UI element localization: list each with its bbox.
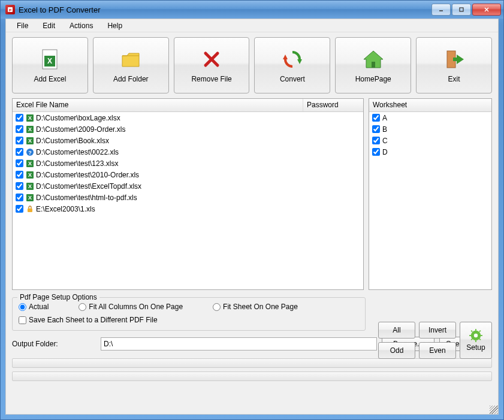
row-checkbox[interactable] xyxy=(16,137,23,144)
ws-rows[interactable]: ABCD xyxy=(369,112,491,289)
titlebar[interactable]: P Excel to PDF Converter xyxy=(1,1,503,19)
table-row[interactable]: XD:\Customer\Book.xlsx xyxy=(13,135,363,146)
minimize-button[interactable] xyxy=(431,4,451,16)
row-checkbox[interactable] xyxy=(372,114,380,122)
table-row[interactable]: XD:\Customer\test\ExcelTopdf.xlsx xyxy=(13,180,363,192)
worksheet-name: A xyxy=(382,114,387,122)
row-checkbox[interactable] xyxy=(372,137,380,144)
table-row[interactable]: XD:\Customer\test\html-to-pdf.xls xyxy=(13,192,363,203)
row-checkbox[interactable] xyxy=(16,148,23,156)
all-button[interactable]: All xyxy=(378,322,415,339)
table-row[interactable]: B xyxy=(369,123,491,135)
table-row[interactable]: C xyxy=(369,135,491,146)
row-checkbox[interactable] xyxy=(16,159,23,167)
menu-file[interactable]: File xyxy=(11,20,34,31)
svg-rect-3 xyxy=(460,8,463,11)
worksheet-name: B xyxy=(382,125,387,134)
excel-icon: X xyxy=(26,125,34,134)
radio-fit-columns[interactable]: Fit All Columns On One Page xyxy=(79,303,183,311)
row-checkbox[interactable] xyxy=(16,205,23,213)
svg-rect-36 xyxy=(475,329,476,331)
setup-button[interactable]: Setup xyxy=(460,322,492,359)
menu-actions[interactable]: Actions xyxy=(64,20,99,31)
svg-text:X: X xyxy=(28,138,32,144)
homepage-label: HomePage xyxy=(355,75,391,83)
excel-file-icon: X xyxy=(38,47,62,71)
svg-text:X: X xyxy=(28,183,32,189)
output-folder-input[interactable] xyxy=(101,337,377,350)
close-button[interactable] xyxy=(472,4,501,16)
col-worksheet-header[interactable]: Worksheet xyxy=(369,99,491,111)
table-row[interactable]: XD:\Customer\2009-Order.xls xyxy=(13,123,363,135)
add-excel-button[interactable]: X Add Excel xyxy=(12,37,88,93)
add-folder-button[interactable]: Add Folder xyxy=(93,37,169,93)
window-title: Excel to PDF Converter xyxy=(19,5,431,14)
table-row[interactable]: E:\Excel2003\1.xls xyxy=(13,203,363,214)
page-setup-legend: Pdf Page Setup Options xyxy=(17,293,99,301)
add-excel-label: Add Excel xyxy=(34,75,66,83)
resize-grip[interactable] xyxy=(490,406,498,414)
row-checkbox[interactable] xyxy=(16,182,23,190)
exit-button[interactable]: Exit xyxy=(416,37,492,93)
odd-button[interactable]: Odd xyxy=(378,342,415,359)
file-path: D:\Customer\test\123.xlsx xyxy=(36,159,118,168)
row-checkbox[interactable] xyxy=(16,171,23,179)
row-checkbox[interactable] xyxy=(372,125,380,133)
file-path: D:\Customer\test\0022.xls xyxy=(36,148,119,156)
file-path: D:\Customer\test\2010-Order.xls xyxy=(36,171,139,179)
menu-help[interactable]: Help xyxy=(101,20,128,31)
file-rows[interactable]: XD:\Customer\boxLage.xlsxXD:\Customer\20… xyxy=(13,112,363,289)
output-folder-label: Output Folder: xyxy=(12,340,96,348)
remove-x-icon xyxy=(200,47,224,71)
home-icon xyxy=(361,47,385,71)
table-row[interactable]: XD:\Customer\test\2010-Order.xls xyxy=(13,169,363,180)
file-path: E:\Excel2003\1.xls xyxy=(36,205,95,213)
svg-text:?: ? xyxy=(28,149,32,155)
check-each-sheet[interactable]: Save Each Sheet to a Different PDF File xyxy=(19,316,359,324)
excel-icon: X xyxy=(26,159,34,168)
col-password-header[interactable]: Password xyxy=(303,99,363,111)
row-checkbox[interactable] xyxy=(16,114,23,122)
table-row[interactable]: D xyxy=(369,146,491,158)
table-row[interactable]: ?D:\Customer\test\0022.xls xyxy=(13,146,363,158)
file-grid-header: Excel File Name Password xyxy=(13,99,363,112)
table-row[interactable]: A xyxy=(369,112,491,123)
status-scrollbar-bottom[interactable] xyxy=(12,371,492,381)
convert-button[interactable]: Convert xyxy=(254,37,330,93)
exit-door-icon xyxy=(442,47,466,71)
svg-text:X: X xyxy=(28,115,32,121)
maximize-button[interactable] xyxy=(452,4,471,16)
invert-button[interactable]: Invert xyxy=(419,322,456,339)
menu-edit[interactable]: Edit xyxy=(37,20,61,31)
row-checkbox[interactable] xyxy=(16,125,23,133)
even-button[interactable]: Even xyxy=(419,342,456,359)
remove-file-label: Remove File xyxy=(191,75,231,83)
remove-file-button[interactable]: Remove File xyxy=(174,37,250,93)
excel-icon: X xyxy=(26,171,34,179)
worksheet-name: C xyxy=(382,137,388,145)
worksheet-panel: Worksheet ABCD xyxy=(369,98,492,290)
menubar: File Edit Actions Help xyxy=(6,19,498,32)
page-setup-group: Pdf Page Setup Options Actual Fit All Co… xyxy=(12,297,366,331)
row-checkbox[interactable] xyxy=(372,148,380,156)
radio-fit-sheet[interactable]: Fit Sheet On One Page xyxy=(213,303,298,311)
col-filename-header[interactable]: Excel File Name xyxy=(13,99,303,111)
file-path: D:\Customer\2009-Order.xls xyxy=(36,125,125,134)
row-checkbox[interactable] xyxy=(16,194,23,201)
svg-text:X: X xyxy=(47,57,52,65)
svg-marker-12 xyxy=(283,55,288,59)
main-window: P Excel to PDF Converter File Edit Actio… xyxy=(0,0,504,420)
status-scrollbar-top[interactable] xyxy=(12,358,492,368)
lock-icon xyxy=(26,205,34,213)
excel-icon: X xyxy=(26,194,34,202)
toolbar: X Add Excel Add Folder Remove File Conve… xyxy=(6,32,498,98)
radio-actual[interactable]: Actual xyxy=(19,303,49,311)
client-area: File Edit Actions Help X Add Excel Add F… xyxy=(5,19,499,415)
info-icon: ? xyxy=(26,148,34,156)
svg-rect-40 xyxy=(471,330,473,332)
file-path: D:\Customer\test\html-to-pdf.xls xyxy=(36,194,137,202)
table-row[interactable]: XD:\Customer\test\123.xlsx xyxy=(13,158,363,169)
worksheet-name: D xyxy=(382,148,388,156)
homepage-button[interactable]: HomePage xyxy=(335,37,411,93)
table-row[interactable]: XD:\Customer\boxLage.xlsx xyxy=(13,112,363,123)
